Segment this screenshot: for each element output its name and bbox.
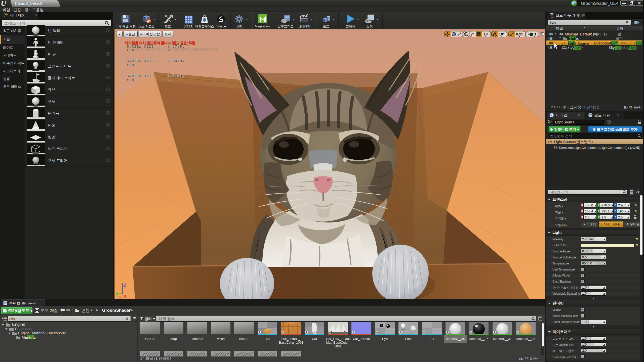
- svg-text:Z: Z: [124, 283, 126, 288]
- svg-text:X: X: [124, 294, 127, 299]
